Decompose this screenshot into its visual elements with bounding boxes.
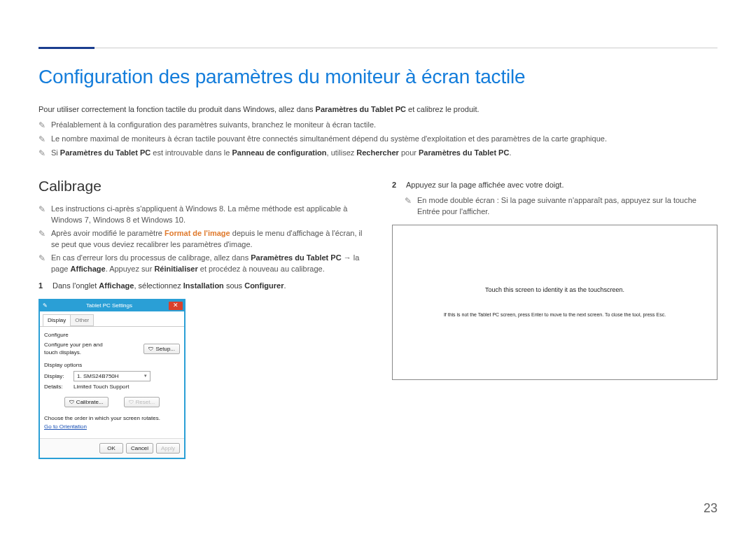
reset-button[interactable]: Reset... [124, 397, 160, 408]
top-note-1: Préalablement à la configuration des par… [38, 120, 718, 132]
dialog-titlebar: ✎ Tablet PC Settings ✕ [40, 300, 184, 311]
display-select[interactable]: 1. SMS24B750H [74, 371, 150, 382]
header-accent [38, 47, 94, 49]
step-1: 1 Dans l'onglet Affichage, sélectionnez … [38, 281, 364, 292]
shield-icon [69, 398, 74, 407]
left-note-1: Les instructions ci-après s'appliquent à… [38, 204, 364, 226]
step-number: 2 [392, 180, 400, 191]
display-options-heading: Display options [44, 361, 180, 370]
right-column: 2 Appuyez sur la page affichée avec votr… [392, 176, 718, 460]
calibration-line2: If this is not the Tablet PC screen, pre… [444, 311, 666, 318]
note-text: Préalablement à la configuration des par… [51, 120, 376, 132]
format-image-link: Format de l'image [164, 229, 230, 237]
tab-display[interactable]: Display [43, 314, 71, 327]
note-text: Les instructions ci-après s'appliquent à… [51, 204, 364, 226]
display-label: Display: [44, 372, 71, 381]
intro-strong: Paramètres du Tablet PC [316, 105, 406, 113]
pencil-icon [38, 134, 46, 146]
left-column: Calibrage Les instructions ci-après s'ap… [38, 176, 364, 460]
tablet-pc-settings-dialog: ✎ Tablet PC Settings ✕ Display Other Con… [38, 299, 186, 460]
calibrage-heading: Calibrage [38, 176, 364, 197]
calibration-screen: Touch this screen to identity it as the … [392, 225, 718, 380]
orientation-link[interactable]: Go to Orientation [44, 423, 87, 430]
dialog-title: Tablet PC Settings [50, 302, 169, 310]
dialog-icon: ✎ [43, 302, 50, 310]
ok-button[interactable]: OK [99, 443, 123, 454]
header-rule [38, 48, 718, 48]
details-label: Details: [44, 383, 71, 391]
step-body: Dans l'onglet Affichage, sélectionnez In… [52, 281, 364, 292]
note-text: En cas d'erreur lors du processus de cal… [51, 253, 364, 275]
details-value: Limited Touch Support [74, 383, 129, 391]
step-body: Appuyez sur la page affichée avec votre … [406, 180, 718, 191]
shield-icon [148, 345, 153, 353]
tab-other[interactable]: Other [70, 314, 94, 327]
intro-pre: Pour utiliser correctement la fonction t… [38, 105, 316, 113]
pencil-icon [38, 120, 46, 132]
pencil-icon [38, 148, 46, 160]
calibration-line1: Touch this screen to identity it as the … [485, 286, 624, 295]
rotate-text: Choose the order in which your screen ro… [44, 414, 180, 423]
intro-post: et calibrez le produit. [406, 105, 479, 113]
note-text: Le nombre maximal de moniteurs à écran t… [51, 134, 607, 146]
dialog-tabs: Display Other [40, 311, 184, 328]
left-note-3: En cas d'erreur lors du processus de cal… [38, 253, 364, 275]
note-text: Après avoir modifié le paramètre Format … [51, 228, 364, 251]
setup-button[interactable]: Setup... [144, 344, 180, 355]
page-number: 23 [704, 499, 718, 517]
top-note-2: Le nombre maximal de moniteurs à écran t… [38, 134, 718, 146]
note-text: Si Paramètres du Tablet PC est introuvab… [51, 148, 511, 160]
configure-text: Configure your pen and touch displays. [44, 341, 114, 357]
pencil-icon [405, 195, 412, 218]
apply-button[interactable]: Apply [156, 443, 180, 454]
intro-paragraph: Pour utiliser correctement la fonction t… [38, 104, 718, 115]
shield-icon [129, 398, 134, 407]
close-icon[interactable]: ✕ [169, 302, 183, 310]
step-number: 1 [38, 281, 47, 292]
pencil-icon [38, 204, 46, 226]
configure-heading: Configure [44, 331, 180, 339]
pencil-icon [38, 228, 46, 251]
cancel-button[interactable]: Cancel [126, 443, 153, 454]
left-note-2: Après avoir modifié le paramètre Format … [38, 228, 364, 251]
calibrate-button[interactable]: Calibrate... [64, 397, 108, 408]
right-note: En mode double écran : Si la page suivan… [405, 195, 718, 218]
page-title: Configuration des paramètres du moniteur… [38, 63, 718, 92]
note-text: En mode double écran : Si la page suivan… [417, 195, 718, 218]
top-note-3: Si Paramètres du Tablet PC est introuvab… [38, 148, 718, 160]
step-2: 2 Appuyez sur la page affichée avec votr… [392, 180, 718, 191]
pencil-icon [38, 253, 46, 275]
